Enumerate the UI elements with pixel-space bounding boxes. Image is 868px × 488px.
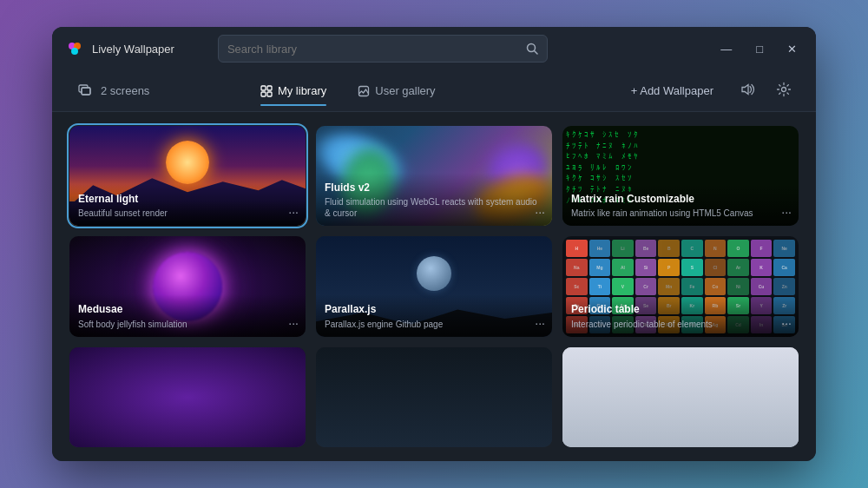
content-area: Eternal light Beautiful sunset render ··…: [52, 112, 816, 461]
user-gallery-icon: [358, 85, 370, 97]
app-window: Lively Wallpaper — □ ✕ 2 screens: [52, 27, 816, 461]
card-menu-medusa[interactable]: ···: [288, 316, 299, 330]
volume-icon: [740, 82, 755, 97]
my-library-icon: [260, 85, 273, 97]
card-title: Parallax.js: [325, 303, 543, 317]
card-info-matrix: Matrix rain Customizable Matrix like rai…: [562, 184, 799, 227]
card-menu-eternal-light[interactable]: ···: [288, 205, 299, 219]
card-title: Fluids v2: [325, 181, 543, 195]
card-desc: Fluid simulation using WebGL reacts with…: [325, 196, 543, 219]
svg-rect-8: [261, 86, 266, 90]
volume-button[interactable]: [733, 76, 762, 106]
wallpaper-card-medusa[interactable]: Medusae Soft body jellyfish simulation ·…: [69, 236, 306, 336]
screens-button[interactable]: 2 screens: [69, 79, 158, 103]
card-desc: Parallax.js engine Github page: [325, 319, 543, 330]
search-bar[interactable]: [218, 35, 548, 63]
card-desc: Beautiful sunset render: [78, 208, 297, 219]
search-input[interactable]: [227, 43, 519, 56]
wallpaper-grid: Eternal light Beautiful sunset render ··…: [69, 126, 799, 447]
search-icon: [526, 43, 538, 55]
tab-group: My library User gallery: [247, 77, 450, 104]
svg-point-13: [782, 87, 786, 91]
close-button[interactable]: ✕: [782, 41, 802, 57]
wallpaper-card-fluids[interactable]: Fluids v2 Fluid simulation using WebGL r…: [316, 126, 552, 226]
wallpaper-card-parallax[interactable]: Parallax.js Parallax.js engine Github pa…: [316, 236, 552, 336]
card-menu-matrix[interactable]: ···: [781, 205, 792, 219]
tab-my-library-label: My library: [278, 84, 326, 97]
svg-rect-9: [267, 86, 272, 90]
maximize-button[interactable]: □: [751, 41, 768, 57]
app-logo-icon: [66, 40, 83, 57]
toolbar-right: + Add Wallpaper: [619, 76, 799, 106]
wallpaper-card-eternal-light[interactable]: Eternal light Beautiful sunset render ··…: [69, 126, 306, 226]
card-title: Periodic table: [571, 303, 790, 317]
add-wallpaper-button[interactable]: + Add Wallpaper: [619, 78, 726, 103]
card-desc: Matrix like rain animation using HTML5 C…: [571, 208, 790, 219]
screens-label: 2 screens: [101, 84, 149, 97]
svg-rect-6: [82, 88, 90, 95]
app-title: Lively Wallpaper: [92, 43, 174, 56]
card-info-eternal-light: Eternal light Beautiful sunset render: [69, 184, 306, 227]
svg-point-2: [71, 48, 78, 55]
tab-my-library[interactable]: My library: [247, 77, 340, 104]
toolbar: 2 screens My library User gallery: [52, 70, 816, 112]
card-info-parallax: Parallax.js Parallax.js engine Github pa…: [316, 294, 552, 337]
window-controls: — □ ✕: [715, 41, 802, 57]
wallpaper-card-matrix[interactable]: ｷｸｹｺｻ ｼｽｾ ｿﾀﾁﾂﾃﾄ ﾅﾆﾇ ﾈﾉﾊﾋﾌﾍﾎ ﾏﾐﾑ ﾒﾓﾔﾕﾖﾗ …: [562, 126, 799, 226]
tab-user-gallery[interactable]: User gallery: [344, 77, 449, 104]
screens-icon: [78, 84, 94, 98]
card-info-fluids: Fluids v2 Fluid simulation using WebGL r…: [316, 173, 552, 227]
wallpaper-card-bottom-1[interactable]: [69, 347, 306, 447]
titlebar: Lively Wallpaper — □ ✕: [52, 27, 816, 70]
card-menu-fluids[interactable]: ···: [535, 205, 545, 219]
wallpaper-card-bottom-3[interactable]: [562, 347, 799, 447]
card-info-medusa: Medusae Soft body jellyfish simulation: [69, 294, 306, 337]
svg-rect-10: [261, 92, 266, 96]
wallpaper-card-periodic[interactable]: HHeLiBeBCNOFNeNaMgAlSiPSClArKCaScTiVCrMn…: [562, 236, 799, 336]
wallpaper-card-bottom-2[interactable]: [316, 347, 552, 447]
card-menu-parallax[interactable]: ···: [535, 316, 545, 330]
settings-icon: [776, 82, 792, 97]
card-title: Medusae: [78, 303, 297, 317]
svg-rect-11: [267, 92, 272, 96]
card-title: Matrix rain Customizable: [571, 193, 790, 207]
parallax-planet: [417, 256, 451, 291]
svg-line-4: [534, 51, 537, 55]
tab-user-gallery-label: User gallery: [375, 84, 435, 97]
sun-graphic: [166, 141, 209, 184]
card-desc: Soft body jellyfish simulation: [78, 319, 297, 330]
card-desc: Interactive periodic table of elements: [571, 319, 790, 330]
card-title: Eternal light: [78, 193, 297, 207]
card-menu-periodic[interactable]: ···: [781, 316, 792, 330]
settings-button[interactable]: [769, 76, 799, 106]
card-info-periodic: Periodic table Interactive periodic tabl…: [562, 294, 799, 337]
minimize-button[interactable]: —: [715, 41, 737, 57]
